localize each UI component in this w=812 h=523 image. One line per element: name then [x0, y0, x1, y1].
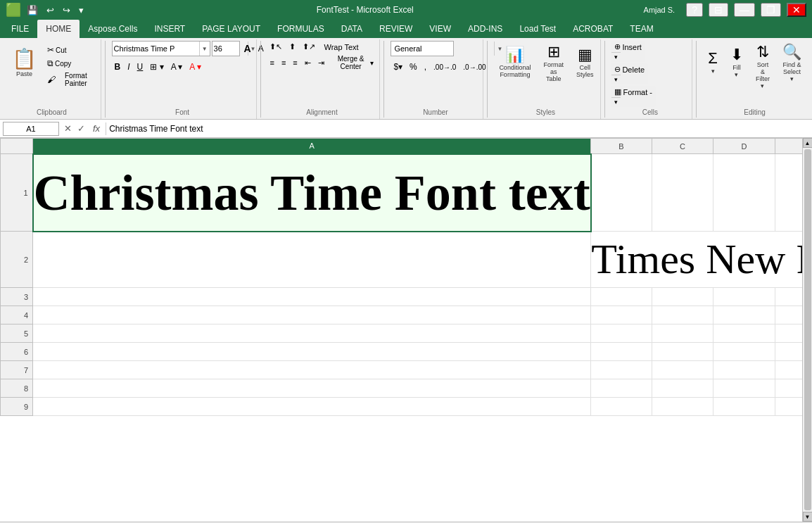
cell-reference-box[interactable] — [3, 122, 59, 136]
cell-D3[interactable] — [713, 288, 775, 306]
scroll-down-button[interactable]: ▼ — [803, 512, 813, 522]
column-header-E[interactable]: E — [775, 139, 802, 154]
currency-button[interactable]: $▾ — [391, 59, 405, 75]
scroll-thumb[interactable] — [804, 149, 811, 510]
row-header-1[interactable]: 1 — [1, 154, 33, 232]
cell-A7[interactable] — [33, 361, 591, 379]
tab-page-layout[interactable]: PAGE LAYOUT — [194, 20, 269, 38]
insert-button[interactable]: ⊕ Insert ▾ — [611, 41, 645, 62]
restore-button[interactable]: ❐ — [761, 3, 781, 17]
cell-C7[interactable] — [652, 361, 713, 379]
formula-input[interactable]: Christmas Time Font text — [109, 122, 809, 136]
cell-A1[interactable]: Christmas Time Font text — [33, 154, 591, 232]
cell-A4[interactable] — [33, 306, 591, 324]
align-center-button[interactable]: ≡ — [279, 57, 288, 68]
cell-C9[interactable] — [652, 398, 713, 416]
bold-button[interactable]: B — [112, 59, 124, 75]
paste-button[interactable]: 📋 Paste — [7, 41, 42, 83]
tab-data[interactable]: DATA — [333, 20, 371, 38]
tab-team[interactable]: TEAM — [621, 20, 661, 38]
cell-A2[interactable] — [33, 232, 591, 288]
underline-button[interactable]: U — [134, 59, 146, 75]
vertical-scrollbar[interactable]: ▲ ▼ — [802, 138, 812, 522]
indent-decrease-button[interactable]: ⇤ — [302, 57, 314, 69]
cell-D4[interactable] — [713, 306, 775, 324]
cell-D8[interactable] — [713, 379, 775, 398]
cell-C6[interactable] — [652, 343, 713, 361]
copy-button[interactable]: ⧉ Copy — [44, 57, 98, 70]
tab-loadtest[interactable]: Load Test — [511, 20, 564, 38]
format-painter-button[interactable]: 🖌 Format Painter — [44, 70, 98, 89]
cell-E4[interactable] — [775, 306, 802, 324]
font-color-button[interactable]: A ▾ — [186, 59, 204, 75]
cell-E3[interactable] — [775, 288, 802, 306]
cell-D5[interactable] — [713, 324, 775, 343]
row-header-7[interactable]: 7 — [1, 361, 33, 379]
cell-E1[interactable] — [775, 154, 802, 232]
tab-home[interactable]: HOME — [37, 20, 80, 38]
column-header-A[interactable]: A — [33, 139, 591, 154]
percent-button[interactable]: % — [407, 59, 420, 75]
cell-styles-button[interactable]: ▦ Cell Styles — [571, 41, 599, 83]
save-button[interactable]: 💾 — [24, 4, 41, 17]
sort-filter-button[interactable]: ⇅ Sort & Filter ▾ — [751, 41, 775, 92]
cell-B5[interactable] — [591, 324, 652, 343]
align-right-button[interactable]: ≡ — [290, 57, 300, 68]
grid-scroll[interactable]: A B C D E F G 1 Christmas Time Font text — [0, 138, 802, 522]
cell-A9[interactable] — [33, 398, 591, 416]
align-top-right-button[interactable]: ⬆↗ — [300, 41, 318, 53]
cell-B8[interactable] — [591, 379, 652, 398]
tab-aspose[interactable]: Aspose.Cells — [80, 20, 146, 38]
cell-C4[interactable] — [652, 306, 713, 324]
decrease-decimal-button[interactable]: .00→.0 — [431, 59, 459, 75]
fill-button[interactable]: ⬇ Fill ▾ — [725, 41, 748, 83]
help-button[interactable]: ? — [686, 3, 703, 17]
delete-button[interactable]: ⊖ Delete ▾ — [611, 63, 648, 84]
cell-E9[interactable] — [775, 398, 802, 416]
border-button[interactable]: ⊞ ▾ — [147, 59, 166, 75]
cell-B7[interactable] — [591, 361, 652, 379]
formula-confirm-button[interactable]: ✓ — [75, 123, 87, 134]
font-size-combo[interactable]: 36 ▼ — [212, 41, 240, 56]
row-header-9[interactable]: 9 — [1, 398, 33, 416]
tab-view[interactable]: VIEW — [421, 20, 459, 38]
cell-B6[interactable] — [591, 343, 652, 361]
cell-D9[interactable] — [713, 398, 775, 416]
column-header-C[interactable]: C — [652, 139, 713, 154]
tab-file[interactable]: FILE — [3, 20, 37, 38]
tab-addins[interactable]: ADD-INS — [459, 20, 511, 38]
cell-B4[interactable] — [591, 306, 652, 324]
row-header-6[interactable]: 6 — [1, 343, 33, 361]
cell-B9[interactable] — [591, 398, 652, 416]
tab-formulas[interactable]: FORMULAS — [269, 20, 333, 38]
row-header-8[interactable]: 8 — [1, 379, 33, 398]
scroll-up-button[interactable]: ▲ — [803, 138, 813, 148]
column-header-B[interactable]: B — [591, 139, 652, 154]
comma-button[interactable]: , — [421, 59, 429, 75]
font-name-dropdown-arrow[interactable]: ▼ — [199, 42, 210, 56]
cell-C5[interactable] — [652, 324, 713, 343]
cell-C8[interactable] — [652, 379, 713, 398]
cut-button[interactable]: ✂ Cut — [44, 44, 98, 56]
cell-E6[interactable] — [775, 343, 802, 361]
row-header-5[interactable]: 5 — [1, 324, 33, 343]
cell-B2[interactable]: Times New Roman te — [591, 232, 802, 288]
cell-B3[interactable] — [591, 288, 652, 306]
cell-A6[interactable] — [33, 343, 591, 361]
format-as-table-button[interactable]: ⊞ Format as Table — [538, 41, 569, 84]
autosum-button[interactable]: Σ ▾ — [703, 41, 723, 83]
minimize-button[interactable]: — — [734, 3, 755, 17]
ribbon-options-button[interactable]: ⊟ — [709, 3, 728, 17]
row-header-3[interactable]: 3 — [1, 288, 33, 306]
format-button[interactable]: ▦ Format - ▾ — [611, 86, 656, 107]
number-format-combo[interactable]: General ▼ — [391, 41, 454, 56]
quick-access-more-button[interactable]: ▾ — [76, 4, 87, 17]
find-select-button[interactable]: 🔍 Find & Select ▾ — [778, 41, 806, 84]
formula-cancel-button[interactable]: ✕ — [62, 123, 74, 134]
number-format-input[interactable]: General — [391, 44, 494, 53]
fill-color-button[interactable]: A ▾ — [168, 59, 186, 75]
align-top-center-button[interactable]: ⬆ — [286, 41, 298, 53]
cell-D1[interactable] — [713, 154, 775, 232]
cell-E8[interactable] — [775, 379, 802, 398]
merge-center-button[interactable]: Merge & Center▾ — [329, 53, 377, 72]
